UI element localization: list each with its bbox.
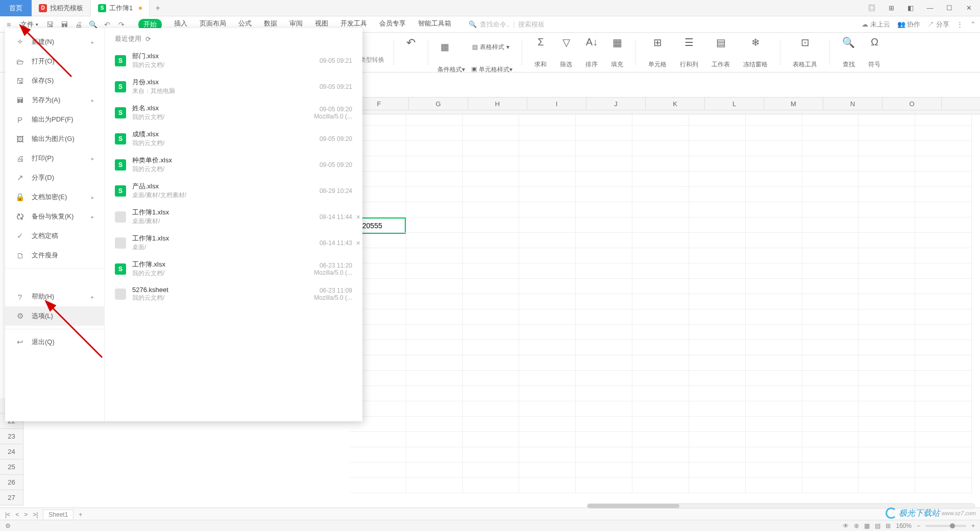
cell[interactable] [632, 156, 689, 172]
cell[interactable] [519, 386, 576, 401]
cell[interactable] [802, 126, 859, 141]
search-area[interactable]: 🔍 查找命令.. | 搜索模板 [469, 20, 545, 29]
cell[interactable] [406, 386, 463, 401]
cell[interactable] [519, 218, 576, 233]
row-header[interactable]: 25 [0, 460, 23, 475]
close-icon[interactable]: × [356, 239, 360, 247]
cell[interactable] [463, 355, 520, 371]
cell[interactable] [746, 340, 802, 355]
cell[interactable] [746, 309, 802, 325]
cell[interactable] [519, 202, 576, 218]
cell[interactable] [746, 401, 802, 417]
cell-button[interactable]: ⊞单元格 [645, 36, 670, 69]
recent-file-item[interactable]: S工作簿.xlsx我的云文档/06-23 11:20Mozilla/5.0 (.… [105, 256, 362, 282]
cell[interactable] [576, 478, 632, 493]
cell[interactable] [802, 371, 859, 386]
view-break-icon[interactable]: ⊞ [886, 522, 891, 529]
chevron-up-icon[interactable]: ⌃ [970, 20, 976, 28]
cell[interactable] [632, 309, 689, 325]
cell[interactable] [576, 325, 632, 340]
cell[interactable] [859, 294, 915, 309]
cell[interactable] [689, 141, 746, 156]
cell[interactable] [406, 233, 463, 248]
cell[interactable] [406, 126, 463, 141]
cell[interactable] [859, 187, 915, 202]
cell[interactable] [576, 371, 632, 386]
file-menu-item[interactable]: ↗分享(D) [5, 168, 104, 187]
cell[interactable] [463, 172, 520, 187]
cell[interactable] [576, 187, 632, 202]
col-header[interactable]: I [527, 98, 586, 110]
cell[interactable] [746, 371, 802, 386]
coop-button[interactable]: 👥 协作 [897, 20, 921, 29]
cell[interactable] [915, 218, 972, 233]
cell[interactable] [632, 233, 689, 248]
cell[interactable] [632, 340, 689, 355]
cell[interactable] [463, 141, 520, 156]
cell[interactable] [406, 248, 463, 263]
cell[interactable] [802, 110, 859, 126]
find-button[interactable]: 🔍查找 [839, 36, 858, 69]
cell[interactable] [746, 417, 802, 432]
col-header[interactable]: N [823, 98, 883, 110]
cell[interactable] [463, 187, 520, 202]
cell[interactable] [746, 355, 802, 371]
cell[interactable] [406, 417, 463, 432]
recent-file-item[interactable]: S月份.xlsx来自：其他电脑09-05 09:21 [105, 74, 362, 100]
cell[interactable] [632, 218, 689, 233]
cell[interactable] [802, 478, 859, 493]
tab-template[interactable]: D 找稻壳模板 [32, 0, 91, 16]
cell[interactable] [746, 202, 802, 218]
cell[interactable] [463, 325, 520, 340]
save-icon[interactable]: 🖫 [45, 20, 55, 29]
col-header[interactable]: G [409, 98, 468, 110]
cell[interactable] [519, 447, 576, 463]
cell[interactable] [406, 340, 463, 355]
cell[interactable] [802, 401, 859, 417]
cell[interactable] [689, 355, 746, 371]
cell[interactable] [915, 172, 972, 187]
cell[interactable] [463, 294, 520, 309]
cell[interactable] [859, 126, 915, 141]
col-header[interactable]: M [764, 98, 823, 110]
sum-button[interactable]: Σ求和 [531, 36, 550, 69]
type-convert-dropdown[interactable]: 类型转换 [360, 56, 384, 64]
filter-button[interactable]: ▽筛选 [557, 36, 575, 69]
cell[interactable] [915, 371, 972, 386]
cell[interactable] [632, 386, 689, 401]
cell[interactable] [463, 263, 520, 279]
cell[interactable] [859, 309, 915, 325]
file-menu-item[interactable]: ✧新建(N)▸ [5, 32, 104, 52]
cell[interactable] [463, 126, 520, 141]
cell[interactable] [519, 279, 576, 294]
file-menu-item[interactable]: 🔒文档加密(E)▸ [5, 187, 104, 207]
cell[interactable] [519, 187, 576, 202]
cell[interactable] [859, 263, 915, 279]
cell[interactable] [406, 172, 463, 187]
cell[interactable] [746, 156, 802, 172]
cell[interactable] [746, 279, 802, 294]
cell[interactable] [859, 202, 915, 218]
cell[interactable] [463, 478, 520, 493]
cell[interactable] [406, 110, 463, 126]
cell[interactable] [519, 294, 576, 309]
cell[interactable] [859, 340, 915, 355]
cell[interactable] [802, 141, 859, 156]
cell[interactable] [859, 463, 915, 478]
cell[interactable] [632, 325, 689, 340]
cell[interactable] [576, 386, 632, 401]
cell[interactable] [632, 294, 689, 309]
cell[interactable] [350, 478, 406, 493]
row-header[interactable]: 26 [0, 475, 23, 490]
cell[interactable] [463, 340, 520, 355]
cell[interactable] [689, 432, 746, 447]
cell[interactable] [632, 279, 689, 294]
cell[interactable] [746, 126, 802, 141]
cell[interactable] [802, 294, 859, 309]
cell[interactable] [689, 279, 746, 294]
cell[interactable] [463, 447, 520, 463]
zoom-in-icon[interactable]: + [971, 522, 975, 529]
cell[interactable] [519, 248, 576, 263]
file-menu-item[interactable]: ⚙选项(L) [5, 306, 104, 326]
cell[interactable] [576, 401, 632, 417]
